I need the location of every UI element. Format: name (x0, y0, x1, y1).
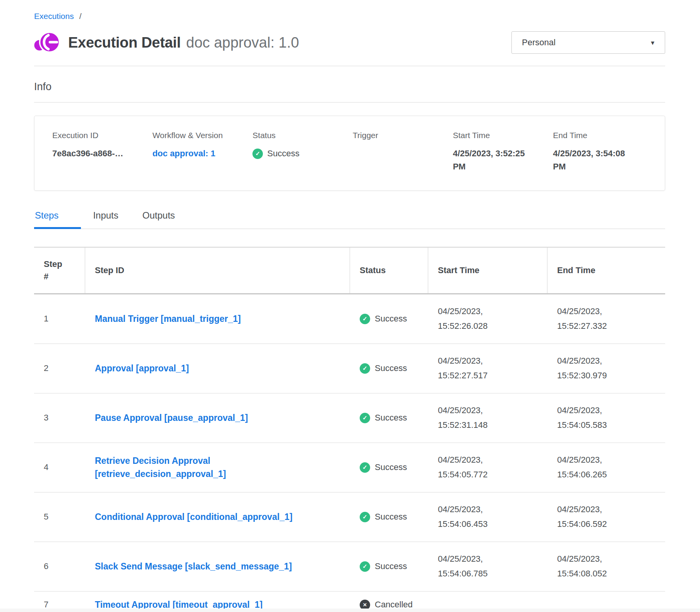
chevron-down-icon: ▼ (650, 39, 655, 46)
status-cell: Success (350, 363, 428, 374)
table-row: 2Approval [approval_1]Success04/25/2023,… (34, 344, 665, 393)
table-row: 6Slack Send Message [slack_send_message_… (34, 542, 665, 591)
success-check-icon (360, 413, 370, 423)
info-divider (34, 102, 665, 103)
info-label: End Time (553, 131, 647, 140)
info-section-heading: Info (34, 81, 665, 93)
status-cell: Success (350, 413, 428, 423)
tab-outputs[interactable]: Outputs (130, 210, 187, 229)
step-id-cell: Manual Trigger [manual_trigger_1] (85, 312, 350, 326)
status-cell: Success (350, 314, 428, 324)
info-card: Execution ID 7e8ac396-a868-… Workflow & … (34, 116, 665, 191)
breadcrumb-executions-link[interactable]: Executions (34, 12, 74, 21)
step-id-link[interactable]: Pause Approval [pause_approval_1] (95, 411, 248, 425)
column-header-status: Status (350, 248, 428, 293)
execution-id-value: 7e8ac396-a868-… (52, 147, 134, 160)
step-id-link[interactable]: Conditional Approval [conditional_approv… (95, 510, 292, 524)
success-check-icon (360, 462, 370, 473)
title-group: Execution Detaildoc approval: 1.0 (34, 30, 299, 55)
table-body: 1Manual Trigger [manual_trigger_1]Succes… (34, 294, 665, 612)
success-check-icon (360, 561, 370, 572)
status-label: Success (375, 363, 407, 373)
step-id-link[interactable]: Manual Trigger [manual_trigger_1] (95, 312, 241, 326)
info-field-trigger: Trigger (353, 131, 447, 173)
step-number: 1 (34, 314, 85, 324)
page-subtitle: doc approval: 1.0 (186, 34, 299, 51)
info-field-status: Status Success (252, 131, 347, 173)
success-check-icon (360, 512, 370, 522)
column-header-end-time: End Time (547, 248, 665, 293)
table-header: Step # Step ID Status Start Time End Tim… (34, 248, 665, 294)
start-time-cell: 04/25/2023,15:52:27.517 (428, 354, 547, 383)
page-title: Execution Detail (68, 34, 181, 51)
end-time-cell: 04/25/2023,15:54:06.265 (547, 453, 665, 482)
status-label: Success (375, 512, 407, 522)
header-divider (34, 66, 665, 66)
success-check-icon (252, 149, 263, 159)
step-id-cell: Pause Approval [pause_approval_1] (85, 411, 350, 425)
status-cell: Success (350, 462, 428, 473)
workspace-dropdown-value: Personal (522, 38, 556, 48)
title-row: Execution Detaildoc approval: 1.0 Person… (34, 30, 665, 55)
table-row: 3Pause Approval [pause_approval_1]Succes… (34, 393, 665, 443)
start-time-cell: 04/25/2023,15:52:26.028 (428, 304, 547, 334)
step-number: 6 (34, 561, 85, 571)
workflow-version-link[interactable]: doc approval: 1 (153, 147, 216, 160)
table-row: 1Manual Trigger [manual_trigger_1]Succes… (34, 294, 665, 344)
step-id-cell: Conditional Approval [conditional_approv… (85, 510, 350, 524)
step-number: 5 (34, 512, 85, 522)
steps-table: Step # Step ID Status Start Time End Tim… (34, 247, 665, 612)
info-label: Start Time (453, 131, 547, 140)
end-time-cell: 04/25/2023,15:52:27.332 (547, 304, 665, 334)
status-label: Success (375, 561, 407, 571)
breadcrumb-separator: / (79, 12, 82, 21)
tab-inputs[interactable]: Inputs (81, 210, 130, 229)
workflow-logo-icon (34, 30, 60, 55)
success-check-icon (360, 363, 370, 374)
step-id-link[interactable]: Slack Send Message [slack_send_message_1… (95, 560, 292, 573)
info-label: Execution ID (52, 131, 146, 140)
table-row: 4Retrieve Decision Approval [retrieve_de… (34, 443, 665, 492)
status-label: Success (375, 314, 407, 324)
info-field-execution-id: Execution ID 7e8ac396-a868-… (52, 131, 146, 173)
tab-steps[interactable]: Steps (34, 210, 81, 229)
info-field-start-time: Start Time 4/25/2023, 3:52:25 PM (453, 131, 547, 173)
status-value: Success (252, 147, 334, 160)
column-header-step-number: Step # (34, 248, 85, 293)
status-label: Success (375, 413, 407, 423)
step-number: 2 (34, 363, 85, 373)
end-time-cell: 04/25/2023,15:54:05.583 (547, 403, 665, 433)
info-field-end-time: End Time 4/25/2023, 3:54:08 PM (553, 131, 647, 173)
start-time-value: 4/25/2023, 3:52:25 PM (453, 147, 534, 173)
execution-detail-page: Executions / Execution Detaildoc approva… (0, 0, 700, 612)
table-row: 5Conditional Approval [conditional_appro… (34, 492, 665, 542)
breadcrumb: Executions / (34, 12, 665, 21)
step-id-link[interactable]: Approval [approval_1] (95, 362, 189, 375)
status-label: Success (375, 462, 407, 472)
column-header-step-id: Step ID (85, 248, 350, 293)
end-time-cell: 04/25/2023,15:54:06.592 (547, 502, 665, 532)
bottom-page-band (0, 609, 700, 612)
end-time-cell: 04/25/2023,15:52:30.979 (547, 354, 665, 383)
info-label: Workflow & Version (153, 131, 247, 140)
column-header-start-time: Start Time (428, 248, 547, 293)
status-cell: Success (350, 561, 428, 572)
status-label: Success (267, 147, 299, 160)
start-time-cell: 04/25/2023,15:54:06.453 (428, 502, 547, 532)
info-field-workflow-version: Workflow & Version doc approval: 1 (153, 131, 247, 173)
step-id-cell: Approval [approval_1] (85, 362, 350, 375)
start-time-cell: 04/25/2023,15:54:06.785 (428, 552, 547, 581)
info-label: Status (252, 131, 347, 140)
step-id-cell: Slack Send Message [slack_send_message_1… (85, 560, 350, 573)
step-number: 3 (34, 413, 85, 423)
step-id-link[interactable]: Retrieve Decision Approval [retrieve_dec… (95, 454, 312, 481)
step-number: 4 (34, 462, 85, 472)
tab-bar: Steps Inputs Outputs (34, 210, 665, 229)
start-time-cell: 04/25/2023,15:52:31.148 (428, 403, 547, 433)
end-time-cell: 04/25/2023,15:54:08.052 (547, 552, 665, 581)
info-label: Trigger (353, 131, 447, 140)
end-time-value: 4/25/2023, 3:54:08 PM (553, 147, 634, 173)
workspace-dropdown[interactable]: Personal ▼ (511, 31, 665, 54)
start-time-cell: 04/25/2023,15:54:05.772 (428, 453, 547, 482)
status-cell: Success (350, 512, 428, 522)
